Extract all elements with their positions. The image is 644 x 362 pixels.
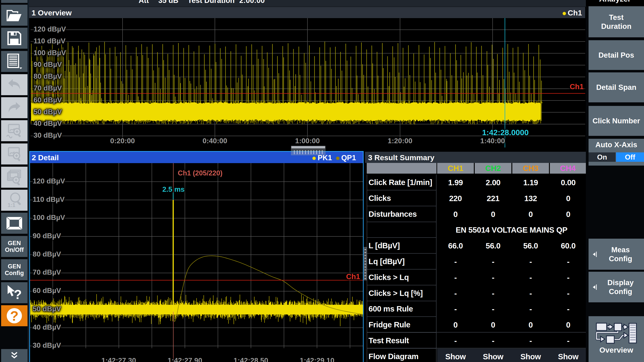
svg-text:?: ? xyxy=(14,287,22,301)
svg-text:1:1: 1:1 xyxy=(8,202,16,208)
svg-text:?: ? xyxy=(10,308,18,324)
